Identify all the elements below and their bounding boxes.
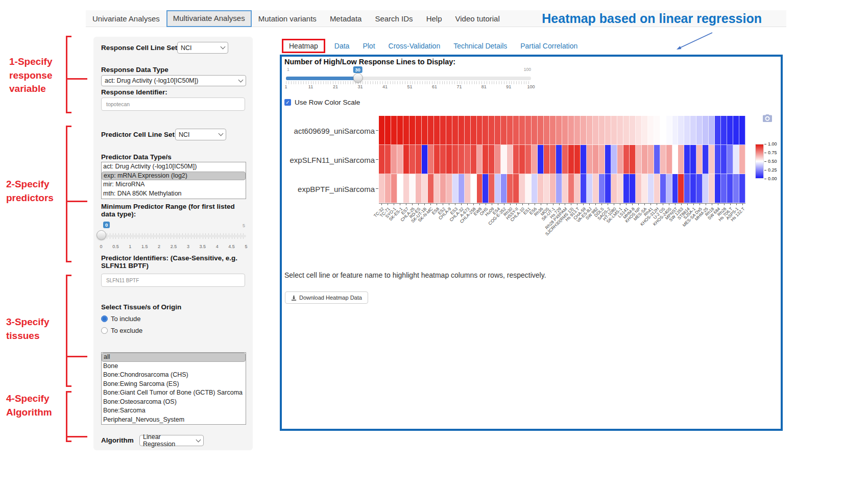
tissue-exclude-radio-row[interactable]: To exclude [101, 327, 142, 334]
nav-search-ids[interactable]: Search IDs [368, 10, 419, 27]
heatmap-cell[interactable] [709, 145, 715, 174]
heatmap-cell[interactable] [428, 145, 434, 174]
heatmap-cell[interactable] [538, 145, 544, 174]
heatmap-cell[interactable] [568, 145, 574, 174]
heatmap-cell[interactable] [422, 116, 428, 145]
heatmap-cell[interactable] [660, 174, 666, 203]
heatmap-cell[interactable] [660, 116, 666, 145]
heatmap-cell[interactable] [721, 145, 727, 174]
heatmap-cell[interactable] [391, 116, 397, 145]
heatmap-cell[interactable] [617, 174, 623, 203]
predictor-cell-line-set-select[interactable]: NCI [175, 129, 226, 140]
tab-heatmap[interactable]: Heatmap [282, 39, 325, 53]
heatmap-row-label-expBPTF[interactable]: expBPTF_uniSarcoma [276, 185, 375, 193]
heatmap-cell[interactable] [385, 145, 391, 174]
heatmap-cell[interactable] [636, 145, 642, 174]
heatmap-cell[interactable] [733, 174, 739, 203]
heatmap-cell[interactable] [513, 174, 519, 203]
checkbox-checked-icon[interactable]: ✓ [284, 99, 291, 106]
tab-data[interactable]: Data [328, 39, 356, 53]
heatmap-cell[interactable] [507, 116, 513, 145]
heatmap-cell[interactable] [397, 145, 403, 174]
tab-technical-details[interactable]: Technical Details [447, 39, 514, 53]
radio-unselected-icon[interactable] [101, 327, 108, 334]
heatmap-cell[interactable] [409, 116, 416, 145]
download-heatmap-data-button[interactable]: Download Heatmap Data [285, 291, 368, 304]
heatmap-cell[interactable] [379, 145, 385, 174]
heatmap-cell[interactable] [544, 174, 550, 203]
algorithm-select[interactable]: Linear Regression [139, 435, 204, 446]
predictor-data-type-option[interactable]: mir: MicroRNA [102, 180, 246, 189]
heatmap-cell[interactable] [593, 145, 599, 174]
heatmap-cell[interactable] [434, 174, 440, 203]
heatmap-cell[interactable] [519, 174, 525, 203]
tissue-option[interactable]: Bone:Ewing Sarcoma (ES) [102, 380, 246, 389]
heatmap-cell[interactable] [727, 116, 733, 145]
heatmap-cell[interactable] [721, 116, 727, 145]
heatmap-cell[interactable] [630, 116, 636, 145]
predictor-identifiers-input[interactable] [101, 274, 245, 287]
heatmap-cell[interactable] [581, 116, 587, 145]
heatmap-cell[interactable] [434, 145, 440, 174]
heatmap-cell[interactable] [489, 116, 495, 145]
heatmap-cell[interactable] [739, 145, 745, 174]
heatmap-cell[interactable] [642, 174, 648, 203]
heatmap-cell[interactable] [574, 145, 581, 174]
heatmap-cell[interactable] [568, 174, 574, 203]
nav-help[interactable]: Help [420, 10, 449, 27]
heatmap-cell[interactable] [428, 174, 434, 203]
heatmap-cell[interactable] [495, 116, 501, 145]
radio-selected-icon[interactable] [101, 315, 108, 322]
tab-cross-validation[interactable]: Cross-Validation [382, 39, 447, 53]
heatmap-cell[interactable] [733, 116, 739, 145]
heatmap-cell[interactable] [574, 116, 581, 145]
response-data-type-select[interactable]: act: Drug Activity (-log10[IC50M]) [101, 75, 246, 86]
heatmap-cell[interactable] [581, 174, 587, 203]
heatmap-cell[interactable] [550, 145, 556, 174]
heatmap-cell[interactable] [678, 145, 684, 174]
slider-handle[interactable] [353, 73, 363, 83]
heatmap-cell[interactable] [739, 116, 745, 145]
tissue-option[interactable]: Bone [102, 362, 246, 371]
heatmap-cell[interactable] [703, 145, 709, 174]
heatmap-cell[interactable] [471, 145, 477, 174]
predictor-data-type-option[interactable]: mth: DNA 850K Methylation [102, 189, 246, 199]
heatmap-cell[interactable] [721, 174, 727, 203]
heatmap-cell[interactable] [562, 145, 568, 174]
heatmap-cell[interactable] [648, 145, 654, 174]
heatmap-cell[interactable] [672, 116, 679, 145]
heatmap-cell[interactable] [452, 116, 459, 145]
heatmap-cell[interactable] [465, 174, 471, 203]
heatmap-cell[interactable] [672, 174, 679, 203]
nav-video-tutorial[interactable]: Video tutorial [448, 10, 506, 27]
heatmap-cell[interactable] [739, 174, 745, 203]
heatmap-cell[interactable] [599, 174, 605, 203]
heatmap-cell[interactable] [666, 145, 672, 174]
heatmap-cell[interactable] [709, 174, 715, 203]
heatmap-cell[interactable] [471, 174, 477, 203]
heatmap-cell[interactable] [525, 174, 532, 203]
heatmap-cell[interactable] [434, 116, 440, 145]
heatmap-cell[interactable] [471, 116, 477, 145]
heatmap-cell[interactable] [666, 174, 672, 203]
heatmap-cell[interactable] [483, 116, 489, 145]
heatmap-cell[interactable] [459, 116, 465, 145]
heatmap-cell[interactable] [440, 174, 446, 203]
heatmap-cell[interactable] [690, 174, 696, 203]
heatmap-cell[interactable] [733, 145, 739, 174]
heatmap-row-label-act609699[interactable]: act609699_uniSarcoma [276, 127, 375, 135]
heatmap-cell[interactable] [385, 116, 391, 145]
camera-icon[interactable] [763, 114, 772, 122]
heatmap-cell[interactable] [574, 174, 581, 203]
heatmap-cell[interactable] [446, 116, 452, 145]
heatmap-cell[interactable] [562, 116, 568, 145]
heatmap-cell[interactable] [703, 116, 709, 145]
tissue-include-radio-row[interactable]: To include [101, 315, 141, 323]
heatmap-cell[interactable] [416, 145, 422, 174]
predictor-data-types-listbox[interactable]: act: Drug Activity (-log10[IC50M])exp: m… [101, 162, 246, 199]
heatmap-cell[interactable] [709, 116, 715, 145]
heatmap-cell[interactable] [568, 116, 574, 145]
heatmap-cell[interactable] [403, 116, 409, 145]
heatmap-cell[interactable] [544, 116, 550, 145]
tab-plot[interactable]: Plot [356, 39, 381, 53]
